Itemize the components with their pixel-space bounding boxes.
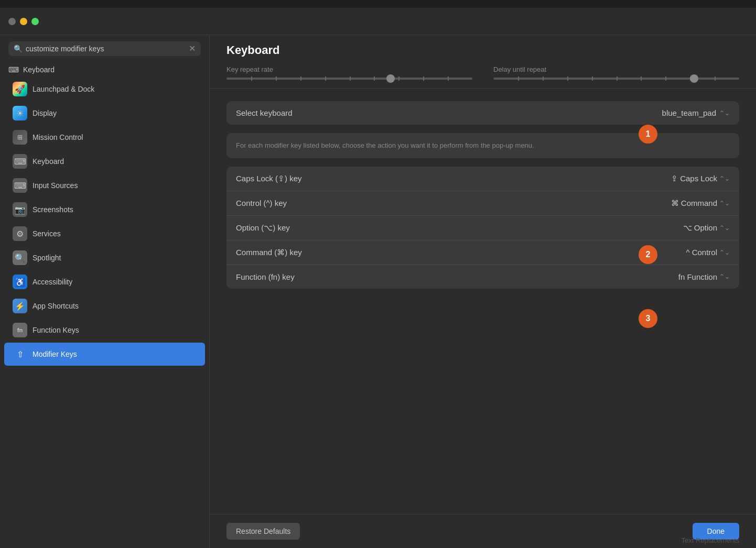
- delay-repeat-slider-group: Delay until repeat: [493, 65, 739, 80]
- key-repeat-thumb[interactable]: [386, 74, 395, 83]
- caps-lock-stepper[interactable]: ⌃⌄: [719, 175, 730, 182]
- function-value: fn Function: [678, 272, 717, 281]
- bottom-hint: Text Replacements: [210, 532, 756, 548]
- key-repeat-slider-group: Key repeat rate: [226, 65, 472, 80]
- control-label: Control (^) key: [236, 199, 287, 207]
- keyboard-icon: ⌨: [13, 154, 27, 169]
- launchpad-icon: 🚀: [13, 82, 27, 96]
- sidebar-section-title: Keyboard: [23, 65, 55, 74]
- sidebar-label-display: Display: [33, 109, 57, 117]
- sidebar-item-spotlight[interactable]: 🔍 Spotlight: [4, 246, 205, 269]
- maximize-button[interactable]: [31, 18, 39, 25]
- display-icon: ☀: [13, 106, 27, 120]
- app-shortcuts-icon: ⚡: [13, 299, 27, 313]
- function-keys-icon: fn: [13, 323, 27, 337]
- modifier-row-function: Function (fn) key fn Function ⌃⌄: [226, 265, 739, 289]
- option-label: Option (⌥) key: [236, 223, 290, 233]
- search-icon: 🔍: [14, 45, 23, 53]
- spotlight-icon: 🔍: [13, 250, 27, 265]
- option-value: Option: [694, 223, 717, 232]
- sidebar-label-mission-control: Mission Control: [33, 133, 83, 141]
- keyboard-selector-value-group: blue_team_pad ⌃⌄: [662, 108, 730, 117]
- info-box: For each modifier key listed below, choo…: [226, 133, 739, 158]
- sidebar-item-screenshots[interactable]: 📷 Screenshots: [4, 198, 205, 221]
- command-value: Control: [692, 248, 717, 257]
- control-value: Command: [681, 199, 717, 207]
- main-window: 🔍 customize modifier keys ✕ ⌨ Keyboard 🚀…: [0, 8, 756, 548]
- sidebar-label-screenshots: Screenshots: [33, 205, 73, 214]
- annotation-1: 1: [639, 125, 657, 144]
- panel-header: Keyboard: [210, 35, 756, 61]
- annotation-3: 3: [639, 309, 657, 328]
- function-stepper[interactable]: ⌃⌄: [719, 273, 730, 280]
- sidebar-item-modifier-keys[interactable]: ⇧ Modifier Keys: [4, 343, 205, 366]
- sidebar-label-function-keys: Function Keys: [33, 326, 79, 334]
- minimize-button[interactable]: [20, 18, 27, 25]
- function-value-group[interactable]: fn Function ⌃⌄: [678, 272, 730, 281]
- screenshots-icon: 📷: [13, 202, 27, 217]
- annotation-2: 2: [639, 245, 657, 264]
- sidebar-label-keyboard: Keyboard: [33, 157, 64, 166]
- keyboard-selector-label: Select keyboard: [236, 108, 293, 117]
- sidebar: 🔍 customize modifier keys ✕ ⌨ Keyboard 🚀…: [0, 35, 210, 548]
- sidebar-item-display[interactable]: ☀ Display: [4, 102, 205, 125]
- sidebar-item-input-sources[interactable]: ⌨ Input Sources: [4, 174, 205, 197]
- info-text: For each modifier key listed below, choo…: [236, 140, 730, 151]
- settings-area: Select keyboard blue_team_pad ⌃⌄ For eac…: [210, 89, 756, 514]
- command-stepper[interactable]: ⌃⌄: [719, 249, 730, 256]
- sidebar-item-mission-control[interactable]: ⊞ Mission Control: [4, 126, 205, 149]
- command-value-group[interactable]: ^ Control ⌃⌄: [686, 248, 730, 257]
- sidebar-item-app-shortcuts[interactable]: ⚡ App Shortcuts: [4, 294, 205, 317]
- key-repeat-label: Key repeat rate: [226, 65, 472, 73]
- function-label: Function (fn) key: [236, 272, 295, 281]
- sidebar-label-input-sources: Input Sources: [33, 181, 78, 190]
- caps-lock-label: Caps Lock (⇪) key: [236, 174, 302, 183]
- caps-lock-value-group[interactable]: ⇪ Caps Lock ⌃⌄: [671, 174, 730, 183]
- sidebar-label-accessibility: Accessibility: [33, 278, 72, 286]
- sidebar-item-launchpad[interactable]: 🚀 Launchpad & Dock: [4, 78, 205, 101]
- sidebar-item-keyboard[interactable]: ⌨ Keyboard: [4, 150, 205, 173]
- control-value-icon: ⌘: [671, 199, 679, 208]
- sidebar-item-services[interactable]: ⚙ Services: [4, 222, 205, 245]
- close-button[interactable]: [8, 18, 16, 25]
- option-stepper[interactable]: ⌃⌄: [719, 224, 730, 232]
- key-repeat-track: [226, 78, 472, 80]
- search-bar[interactable]: 🔍 customize modifier keys ✕: [8, 41, 201, 56]
- search-clear-icon[interactable]: ✕: [189, 45, 196, 53]
- modifier-row-command: Command (⌘) key ^ Control ⌃⌄: [226, 240, 739, 265]
- control-value-group[interactable]: ⌘ Command ⌃⌄: [671, 199, 730, 208]
- panel-title: Keyboard: [226, 43, 279, 57]
- search-input[interactable]: customize modifier keys: [26, 45, 186, 53]
- main-content: 🔍 customize modifier keys ✕ ⌨ Keyboard 🚀…: [0, 35, 756, 548]
- sidebar-label-app-shortcuts: App Shortcuts: [33, 302, 79, 310]
- caps-lock-value-icon: ⇪: [671, 174, 678, 183]
- control-stepper[interactable]: ⌃⌄: [719, 200, 730, 207]
- keyboard-selector-value: blue_team_pad: [662, 108, 716, 117]
- sidebar-item-function-keys[interactable]: fn Function Keys: [4, 319, 205, 342]
- sidebar-label-modifier-keys: Modifier Keys: [33, 350, 77, 358]
- input-sources-icon: ⌨: [13, 178, 27, 193]
- delay-repeat-thumb[interactable]: [690, 74, 698, 83]
- sliders-row: Key repeat rate: [210, 61, 756, 89]
- sidebar-label-launchpad: Launchpad & Dock: [33, 85, 94, 93]
- delay-repeat-track: [493, 78, 739, 80]
- bottom-hint-text: Text Replacements: [681, 536, 739, 544]
- mission-control-icon: ⊞: [13, 130, 27, 145]
- option-value-group[interactable]: ⌥ Option ⌃⌄: [683, 223, 730, 233]
- accessibility-icon: ♿: [13, 275, 27, 289]
- sidebar-label-services: Services: [33, 229, 61, 238]
- delay-repeat-label: Delay until repeat: [493, 65, 739, 73]
- modifier-row-option: Option (⌥) key ⌥ Option ⌃⌄: [226, 216, 739, 240]
- option-value-icon: ⌥: [683, 223, 692, 233]
- keyboard-selector[interactable]: Select keyboard blue_team_pad ⌃⌄: [226, 101, 739, 125]
- command-label: Command (⌘) key: [236, 248, 302, 257]
- modifier-keys-icon: ⇧: [13, 347, 27, 361]
- sidebar-label-spotlight: Spotlight: [33, 254, 61, 262]
- window-chrome: [0, 8, 756, 35]
- services-icon: ⚙: [13, 226, 27, 241]
- modifier-row-control: Control (^) key ⌘ Command ⌃⌄: [226, 191, 739, 216]
- modifier-keys-container: Caps Lock (⇪) key ⇪ Caps Lock ⌃⌄ Control…: [226, 167, 739, 289]
- modifier-row-caps-lock: Caps Lock (⇪) key ⇪ Caps Lock ⌃⌄: [226, 167, 739, 191]
- sidebar-item-accessibility[interactable]: ♿ Accessibility: [4, 270, 205, 293]
- keyboard-stepper-icon[interactable]: ⌃⌄: [719, 109, 730, 117]
